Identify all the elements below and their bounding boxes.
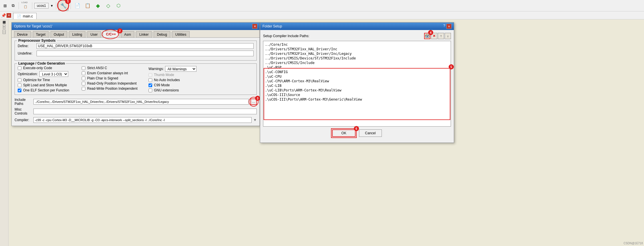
path-item-2[interactable]: ../Drivers/STM32F1xx_HAL_Driver/Inc/Lega… (264, 51, 450, 56)
folder-titlebar-right: ? ✕ (443, 24, 452, 29)
tab-debug[interactable]: Debug (154, 31, 170, 37)
annotation-badge-5: 5 (449, 64, 454, 69)
move-down-button[interactable]: ↓ (445, 33, 451, 39)
path-item-12[interactable]: .\uCOS-III\Ports\ARM-Cortex-M3\Generic\R… (264, 97, 450, 102)
sidebar-btn1[interactable]: ≡ (3, 25, 6, 29)
path-item-9[interactable]: .\uC-LIB (264, 83, 450, 88)
misc-controls-input[interactable] (33, 109, 257, 114)
include-paths-label: Include Paths (15, 98, 32, 106)
dialog-close-button[interactable]: ✕ (252, 24, 257, 29)
enum-container-row: Enum Container always int (82, 71, 147, 75)
define-row: Define: (18, 43, 254, 49)
cancel-button[interactable]: Cancel (359, 129, 382, 137)
path-item-1[interactable]: ../Drivers/STM32F1xx_HAL_Driver/Inc (264, 47, 450, 51)
tab-utilities[interactable]: Utilities (172, 31, 190, 37)
question-icon: ? (443, 24, 445, 29)
sidebar-btn2[interactable]: □ (3, 30, 5, 34)
dialog-overlay: Options for Target 'ucos1' ✕ Device Targ… (9, 19, 644, 246)
diamond2-icon[interactable]: ◇ (104, 1, 113, 10)
left-sidebar: ⬛ ≡ □ (0, 19, 9, 246)
tab-linker[interactable]: Linker (136, 31, 152, 37)
enum-container-checkbox[interactable] (82, 71, 85, 75)
path-item-6[interactable]: .\uC-CONFIG (264, 70, 450, 74)
dialog-titlebar: Options for Target 'ucos1' ✕ (12, 23, 260, 30)
one-elf-checkbox[interactable] (18, 89, 21, 92)
include-paths-input[interactable] (33, 99, 249, 105)
no-auto-includes-checkbox[interactable] (149, 78, 152, 82)
pin-icon[interactable]: 📌 (1, 13, 6, 18)
dialog-tabs: Device Target Output Listing User C/C++ … (12, 30, 260, 38)
tab-user[interactable]: User (87, 31, 101, 37)
path-item-10[interactable]: .\uC-LIB\Ports\ARM-Cortex-M3\RealView (264, 88, 450, 93)
annotation-badge-2: 2 (117, 28, 123, 33)
dropdown-arrow-icon[interactable]: ▼ (50, 3, 54, 8)
optimization-select[interactable]: Level 3 (-O3) (39, 71, 68, 77)
sidebar-label[interactable]: ⬛ (3, 21, 6, 24)
path-item-0[interactable]: ../Core/Inc (264, 42, 450, 47)
optimize-time-checkbox[interactable] (18, 78, 21, 82)
path-item-7[interactable]: .\uC-CPU (264, 74, 450, 79)
watermark: CSDN@1E718 (624, 242, 643, 245)
ok-button[interactable]: OK (332, 129, 355, 137)
diamond1-icon[interactable]: ◆ (93, 1, 103, 10)
chip-icon[interactable]: ⬡ (114, 1, 123, 10)
layers-icon[interactable]: ⧉ (10, 2, 17, 9)
warnings-row: Warnings: All Warnings (149, 66, 206, 72)
misc-controls-label: Misc Controls (15, 107, 32, 115)
path-item-4[interactable]: ../Drivers/CMSIS/Include (264, 61, 450, 65)
tab-device[interactable]: Device (14, 31, 31, 37)
close-panel-btn[interactable]: ✕ (7, 13, 11, 18)
compiler-row: Compiler: ▼ (15, 117, 257, 123)
annotation-badge-3: 3 (255, 96, 260, 101)
tab-cpp[interactable]: C/C++ (103, 31, 119, 37)
gnu-ext-label: GNU extensions (154, 88, 179, 92)
annotation-badge-4: 4 (428, 30, 433, 35)
split-load-row: Split Load and Store Multiple (18, 83, 81, 87)
c99-mode-row: C99 Mode (149, 83, 206, 87)
c99-mode-checkbox[interactable] (149, 83, 152, 87)
dialog-buttons: OK 6 Cancel (263, 127, 451, 140)
thumb-mode-checkbox (149, 73, 152, 77)
enum-container-label: Enum Container always int (87, 71, 128, 75)
optimization-label: Optimization: (18, 72, 38, 76)
optimization-row: Optimization: Level 3 (-O3) (18, 71, 81, 77)
readwrite-pos-checkbox[interactable] (82, 87, 85, 91)
tab-listing[interactable]: Listing (69, 31, 85, 37)
plain-char-row: Plain Char is Signed (82, 76, 147, 80)
move-up-button[interactable]: ↑ (438, 33, 444, 39)
readwrite-pos-label: Read-Write Position Independent (87, 87, 138, 91)
define-input[interactable] (37, 43, 254, 49)
compiler-input[interactable] (33, 117, 252, 123)
load-icon[interactable]: LOAD 📋 (21, 1, 30, 10)
readonly-pos-checkbox[interactable] (82, 82, 85, 85)
tab-output[interactable]: Output (51, 31, 67, 37)
thumb-mode-label: Thumb Mode (154, 73, 174, 77)
plain-char-checkbox[interactable] (82, 77, 85, 80)
execute-only-label: Execute-only Code (23, 66, 52, 70)
copy-icon[interactable]: 📄 (73, 1, 82, 10)
tab-main-c[interactable]: 📄 main.c (13, 13, 37, 19)
warnings-select[interactable]: All Warnings (165, 66, 196, 72)
options-dialog: Options for Target 'ucos1' ✕ Device Targ… (11, 22, 260, 126)
grid-icon[interactable]: ⊞ (2, 2, 9, 9)
split-load-checkbox[interactable] (18, 83, 21, 87)
path-item-5[interactable]: .\uC-BSP (264, 65, 450, 70)
codegen-left-col: Execute-only Code Optimization: Level 3 … (18, 66, 81, 92)
tab-target[interactable]: Target (33, 31, 49, 37)
undefine-input[interactable] (37, 51, 254, 56)
path-item-11[interactable]: .\uCOS-III\Source (264, 93, 450, 97)
annotation-badge-6: 6 (354, 126, 359, 131)
tab-asm[interactable]: Asm (121, 31, 134, 37)
folder-close-button[interactable]: ✕ (446, 24, 452, 29)
separator (19, 2, 19, 9)
compiler-expand-icon[interactable]: ▼ (253, 118, 257, 122)
paste-icon[interactable]: 📋 (83, 1, 92, 10)
optimize-time-row: Optimize for Time (18, 78, 81, 82)
path-item-8[interactable]: .\uC-CPU\ARM-Cortex-M3\RealView (264, 79, 450, 83)
gnu-ext-checkbox[interactable] (149, 89, 152, 92)
strict-ansi-checkbox[interactable] (82, 66, 85, 70)
execute-only-checkbox[interactable] (18, 66, 21, 70)
svg-rect-2 (426, 36, 428, 37)
path-item-3[interactable]: ../Drivers/CMSIS/Device/ST/STM32F1xx/Inc… (264, 56, 450, 61)
project-name[interactable]: ucos1 (34, 3, 49, 9)
